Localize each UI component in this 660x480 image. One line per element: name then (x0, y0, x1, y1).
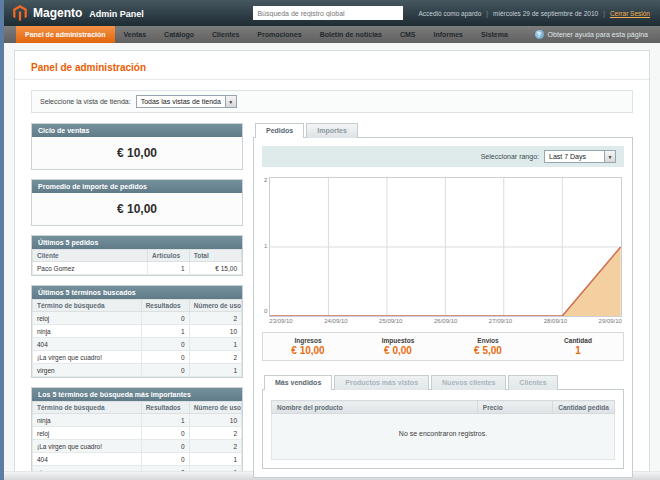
term-cell: 404 (33, 453, 142, 466)
brand-name: Magento (33, 6, 82, 20)
tab-importes[interactable]: Importes (306, 123, 358, 138)
nav-item-informes[interactable]: Informes (424, 26, 472, 43)
table-row: ninja 1 10 (33, 414, 242, 427)
uses-cell: 1 (189, 453, 241, 466)
range-label: Seleccionar rango: (481, 153, 539, 160)
summary-envios: Envíos € 5,00 (443, 337, 533, 356)
col-resultados: Resultados (141, 300, 189, 312)
orders-chart-plot (269, 177, 622, 317)
page-title: Panel de administración (15, 51, 649, 80)
y-tick-label: 1 (264, 243, 267, 249)
col-cantidad-pedida: Cantidad pedida (553, 401, 615, 414)
dashboard-content: Panel de administración Seleccione la vi… (14, 50, 650, 480)
nav-item-clientes[interactable]: Clientes (203, 26, 248, 43)
nav-item-promociones[interactable]: Promociones (248, 26, 310, 43)
table-row: virgen 0 1 (33, 364, 242, 377)
top-search-terms-box: Los 5 términos de búsqueda más important… (31, 387, 243, 480)
term-cell: ¡La virgen que cuadro! (33, 351, 142, 364)
main-nav-bar: Panel de administración Ventas Catálogo … (4, 26, 660, 43)
dashboard-left-column: Ciclo de ventas € 10,00 Promedio de impo… (31, 123, 243, 480)
table-row: ¡La virgen que cuadro! 0 2 (33, 440, 242, 453)
orders-chart: 210 23/09/1024/09/1025/09/1026/09/1027/0… (264, 177, 622, 324)
nav-item-panel-de-administracion[interactable]: Panel de administración (16, 26, 115, 43)
bestsellers-table: Nombre del producto Precio Cantidad pedi… (271, 400, 615, 460)
nav-item-boletin[interactable]: Boletín de noticias (311, 26, 391, 43)
table-header-row: Nombre del producto Precio Cantidad pedi… (272, 401, 615, 414)
top-search-terms-table: Término de búsqueda Resultados Número de… (32, 401, 242, 479)
results-cell: 1 (141, 414, 189, 427)
col-termino: Término de búsqueda (33, 300, 142, 312)
results-cell: 0 (141, 364, 189, 377)
average-orders-value: € 10,00 (32, 193, 242, 225)
nav-item-sistema[interactable]: Sistema (472, 26, 517, 43)
term-cell: ninja (33, 414, 142, 427)
global-search-input[interactable] (253, 6, 403, 20)
store-view-bar: Seleccione la vista de tienda: Todas las… (31, 90, 633, 113)
uses-cell: 1 (189, 338, 241, 351)
last-orders-title: Últimos 5 pedidos (32, 236, 242, 249)
average-orders-title: Promedio de importe de pedidos (32, 180, 242, 193)
col-total: Total (189, 250, 241, 262)
col-precio: Precio (477, 401, 552, 414)
table-row: Paco Gomez 1 € 15,00 (33, 262, 242, 275)
items-cell: 1 (147, 262, 189, 275)
chart-tabs: Pedidos Importes (253, 123, 633, 138)
nav-item-cms[interactable]: CMS (391, 26, 425, 43)
x-tick-label: 29/09/10 (599, 318, 622, 324)
table-row: ¡La virgen que cuadro! 0 2 (33, 351, 242, 364)
brand-suffix: Admin Panel (89, 9, 144, 19)
last-search-terms-table: Término de búsqueda Resultados Número de… (32, 299, 242, 377)
last-orders-table: Cliente Artículos Total Paco Gomez 1 € 1… (32, 249, 242, 275)
uses-cell: 2 (189, 440, 241, 453)
nav-item-catalogo[interactable]: Catálogo (155, 26, 203, 43)
bestsellers-panel: Nombre del producto Precio Cantidad pedi… (262, 389, 624, 469)
uses-cell: 10 (189, 325, 241, 338)
col-usos: Número de usos (189, 402, 241, 414)
summary-cantidad: Cantidad 1 (533, 337, 623, 356)
summary-impuestos: Impuestos € 0,00 (353, 337, 443, 356)
table-row: reloj 0 2 (33, 312, 242, 325)
products-tabs: Más vendidos Productos más vistos Nuevos… (262, 375, 624, 390)
tab-pedidos[interactable]: Pedidos (255, 123, 304, 138)
table-header-row: Término de búsqueda Resultados Número de… (33, 402, 242, 414)
x-tick-label: 23/09/10 (269, 318, 292, 324)
tab-nuevos-clientes: Nuevos clientes (431, 375, 506, 390)
orders-chart-panel: Seleccionar rango: Last 7 Days ▼ 210 23/… (253, 137, 633, 478)
nav-item-ventas[interactable]: Ventas (115, 26, 156, 43)
orders-chart-xlabels: 23/09/1024/09/1025/09/1026/09/1027/09/10… (269, 318, 622, 324)
x-tick-label: 25/09/10 (379, 318, 402, 324)
store-view-label: Seleccione la vista de tienda: (40, 98, 131, 105)
dashboard-right-column: Pedidos Importes Seleccionar rango: Last… (253, 123, 633, 478)
table-row: ninja 1 10 (33, 325, 242, 338)
last-orders-box: Últimos 5 pedidos Cliente Artículos Tota… (31, 235, 243, 276)
user-session-info: Accedió como apardo miércoles 29 de sept… (418, 10, 650, 17)
table-row: reloj 0 2 (33, 427, 242, 440)
term-cell: ninja (33, 325, 142, 338)
logout-link[interactable]: Cerrar Sesión (610, 10, 650, 17)
empty-row: No se encontraron registros. (272, 414, 615, 460)
magento-admin-screen: Magento Admin Panel Accedió como apardo … (0, 0, 660, 480)
no-records-message: No se encontraron registros. (272, 414, 615, 460)
term-cell: 404 (33, 338, 142, 351)
get-help-label: Obtener ayuda para esta página (548, 31, 648, 38)
table-header-row: Término de búsqueda Resultados Número de… (33, 300, 242, 312)
y-tick-label: 2 (264, 177, 267, 183)
term-cell: reloj (33, 312, 142, 325)
results-cell: 0 (141, 338, 189, 351)
uses-cell: 10 (189, 414, 241, 427)
get-help-link[interactable]: ? Obtener ayuda para esta página (535, 26, 660, 43)
store-view-select[interactable]: Todas las vistas de tienda ▼ (136, 95, 237, 108)
x-tick-label: 26/09/10 (434, 318, 457, 324)
range-select[interactable]: Last 7 Days ▼ (544, 150, 616, 163)
term-cell: ¡La virgen que cuadro! (33, 440, 142, 453)
last-search-terms-title: Últimos 5 términos buscados (32, 286, 242, 299)
tab-mas-vendidos[interactable]: Más vendidos (264, 375, 332, 390)
results-cell: 0 (141, 351, 189, 364)
results-cell: 0 (141, 427, 189, 440)
last-search-terms-box: Últimos 5 términos buscados Término de b… (31, 285, 243, 378)
lifetime-sales-value: € 10,00 (32, 137, 242, 169)
col-resultados: Resultados (141, 402, 189, 414)
results-cell: 1 (141, 325, 189, 338)
logged-in-as-text: Accedió como apardo (418, 10, 481, 17)
y-tick-label: 0 (264, 308, 267, 314)
